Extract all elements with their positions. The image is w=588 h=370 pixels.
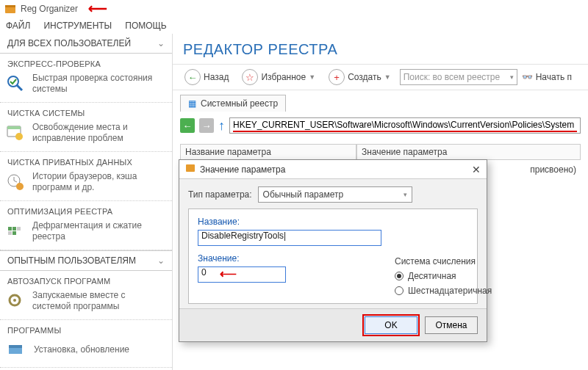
type-label: Тип параметра: xyxy=(188,189,252,200)
param-value-input[interactable]: 0 xyxy=(198,266,286,283)
nav-up-button[interactable]: ↑ xyxy=(218,118,225,134)
defrag-icon xyxy=(6,221,25,242)
sidebar-header-label: ДЛЯ ВСЕХ ПОЛЬЗОВАТЕЛЕЙ xyxy=(7,38,131,48)
menu-help[interactable]: ПОМОЩЬ xyxy=(125,21,166,31)
tab-system-registry[interactable]: ▦ Системный реестр xyxy=(180,95,286,112)
value-label: Значение: xyxy=(198,253,381,264)
app-title: Reg Organizer xyxy=(21,4,78,14)
svg-rect-9 xyxy=(8,227,12,231)
nav-forward-button[interactable]: → xyxy=(199,118,214,133)
section-desc: Истории браузеров, кэша программ и др. xyxy=(32,171,166,193)
parameter-value-dialog: Значение параметра ✕ Тип параметра: Обыч… xyxy=(179,159,487,342)
section-title: ОПТИМИЗАЦИЯ РЕЕСТРА xyxy=(6,206,166,220)
dialog-inner: Название: DisableRegistryTools Значение:… xyxy=(188,208,478,304)
svg-rect-13 xyxy=(12,231,16,235)
svg-rect-11 xyxy=(17,227,21,231)
sidebar-section-autorun[interactable]: АВТОЗАПУСК ПРОГРАММ Запускаемые вместе с… xyxy=(0,271,172,320)
tab-label: Системный реестр xyxy=(201,98,278,109)
sidebar-section-optimize[interactable]: ОПТИМИЗАЦИЯ РЕЕСТРА Дефрагментация и сжа… xyxy=(0,201,172,250)
section-desc: Запускаемые вместе с системой программы xyxy=(32,290,166,312)
clock-gear-icon xyxy=(6,172,25,192)
param-value-value: 0 xyxy=(201,267,207,278)
start-label: Начать п xyxy=(536,72,572,82)
radio-hex[interactable]: Шестнадцатеричная xyxy=(395,286,505,296)
sidebar: ДЛЯ ВСЕХ ПОЛЬЗОВАТЕЛЕЙ ⌄ ЭКСПРЕСС-ПРОВЕР… xyxy=(0,34,173,370)
nav-back-button[interactable]: ← xyxy=(180,118,195,133)
chevron-down-icon: ⌄ xyxy=(157,255,165,266)
svg-rect-10 xyxy=(12,227,16,231)
chevron-down-icon: ▾ xyxy=(404,191,407,198)
svg-point-15 xyxy=(13,299,16,302)
window-warning-icon xyxy=(6,123,25,143)
select-value: Обычный параметр xyxy=(263,189,344,200)
dialog-title: Значение параметра xyxy=(200,164,285,175)
section-desc: Дефрагментация и сжатие реестра xyxy=(32,220,166,242)
name-label: Название: xyxy=(198,217,381,227)
svg-point-6 xyxy=(15,133,23,140)
arrow-left-icon: ← xyxy=(184,69,201,85)
svg-rect-18 xyxy=(186,164,195,172)
page-title: РЕДАКТОР РЕЕСТРА xyxy=(173,34,588,64)
radio-icon xyxy=(395,272,404,280)
search-input[interactable]: Поиск: во всем реестре ▾ xyxy=(400,69,517,85)
section-title: АВТОЗАПУСК ПРОГРАММ xyxy=(6,275,166,290)
tab-row: ▦ Системный реестр xyxy=(173,90,588,112)
close-button[interactable]: ✕ xyxy=(472,164,481,175)
nav-row: ← → ↑ HKEY_CURRENT_USER\Software\Microso… xyxy=(173,112,588,138)
menu-tools[interactable]: ИНСТРУМЕНТЫ xyxy=(43,21,112,31)
sidebar-section-clean[interactable]: ЧИСТКА СИСТЕМЫ Освобождение места и испр… xyxy=(0,103,172,152)
search-placeholder: Поиск: во всем реестре xyxy=(404,72,501,82)
dialog-buttons: OK Отмена xyxy=(179,308,487,341)
svg-rect-1 xyxy=(5,5,15,7)
section-title: ЧИСТКА СИСТЕМЫ xyxy=(6,107,166,122)
svg-rect-5 xyxy=(7,126,21,129)
chevron-down-icon: ▼ xyxy=(309,73,315,81)
dialog-titlebar: Значение параметра ✕ xyxy=(179,160,487,179)
grid-icon: ▦ xyxy=(188,98,196,109)
toolbar: ← Назад ☆ Избранное ▼ + Создать ▼ Поиск:… xyxy=(173,64,588,90)
radio-icon xyxy=(395,286,404,295)
col-value[interactable]: Значение параметра xyxy=(356,144,581,160)
gear-icon xyxy=(6,291,25,311)
chevron-down-icon: ▾ xyxy=(510,73,514,81)
binoculars-icon: 👓 xyxy=(522,72,533,82)
param-name-input[interactable]: DisableRegistryTools xyxy=(198,230,381,246)
sidebar-section-express[interactable]: ЭКСПРЕСС-ПРОВЕРКА Быстрая проверка состо… xyxy=(0,54,172,103)
back-label: Назад xyxy=(204,72,229,82)
param-name-value: DisableRegistryTools xyxy=(201,231,284,241)
magnifier-check-icon xyxy=(6,73,25,94)
section-desc: Освобождение места и исправление проблем xyxy=(32,122,166,144)
svg-rect-17 xyxy=(9,345,22,348)
registry-path-text: HKEY_CURRENT_USER\Software\Microsoft\Win… xyxy=(233,120,577,132)
radio-label: Десятичная xyxy=(408,271,456,281)
app-icon xyxy=(4,3,16,15)
sidebar-header-all-users[interactable]: ДЛЯ ВСЕХ ПОЛЬЗОВАТЕЛЕЙ ⌄ xyxy=(0,34,172,54)
registry-path-input[interactable]: HKEY_CURRENT_USER\Software\Microsoft\Win… xyxy=(229,117,581,134)
sidebar-section-private[interactable]: ЧИСТКА ПРИВАТНЫХ ДАННЫХ Истории браузеро… xyxy=(0,152,172,201)
back-button[interactable]: ← Назад xyxy=(180,68,233,87)
ok-button[interactable]: OK xyxy=(365,316,417,334)
box-icon xyxy=(6,339,26,360)
favorites-button[interactable]: ☆ Избранное ▼ xyxy=(237,68,320,87)
create-button[interactable]: + Создать ▼ xyxy=(324,68,395,87)
section-title: ПРОГРАММЫ xyxy=(6,324,166,339)
menu-file[interactable]: ФАЙЛ xyxy=(6,21,30,31)
sidebar-section-programs[interactable]: ПРОГРАММЫ Установка, обновление xyxy=(0,320,172,368)
chevron-down-icon: ▼ xyxy=(384,73,391,81)
cancel-button[interactable]: Отмена xyxy=(425,316,478,334)
radio-label: Шестнадцатеричная xyxy=(408,286,492,296)
param-type-select[interactable]: Обычный параметр ▾ xyxy=(258,186,412,203)
svg-line-3 xyxy=(17,85,22,90)
radio-decimal[interactable]: Десятичная xyxy=(395,271,505,281)
section-desc: Быстрая проверка состояния системы xyxy=(32,73,166,95)
svg-point-2 xyxy=(8,76,18,87)
plus-icon: + xyxy=(329,69,345,85)
create-label: Создать xyxy=(348,72,381,82)
section-title: ЭКСПРЕСС-ПРОВЕРКА xyxy=(6,58,166,73)
sidebar-header-advanced[interactable]: ОПЫТНЫМ ПОЛЬЗОВАТЕЛЯМ ⌄ xyxy=(0,250,172,271)
chevron-down-icon: ⌄ xyxy=(157,38,165,48)
col-name[interactable]: Название параметра xyxy=(180,144,356,160)
svg-rect-12 xyxy=(8,231,12,235)
annotation-arrow-title: ⟵ xyxy=(88,1,107,17)
start-search-button[interactable]: 👓 Начать п xyxy=(522,72,572,82)
